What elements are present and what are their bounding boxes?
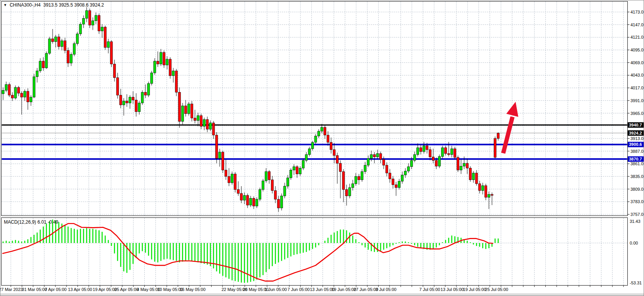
candle-body	[305, 154, 307, 160]
candle-body	[466, 163, 468, 168]
candle-body	[67, 50, 69, 63]
candle-body	[8, 84, 10, 95]
candle-body	[157, 61, 159, 64]
candle-body	[104, 27, 106, 48]
candle-body	[314, 136, 317, 142]
candle-body	[24, 91, 26, 97]
candle-body	[256, 199, 258, 206]
candle-body	[237, 190, 239, 193]
candle-body	[311, 142, 314, 149]
time-axis-label: 27 Mar 2023	[0, 287, 23, 292]
time-axis-label: 19 Jul 05:00	[463, 287, 486, 292]
candle-body	[429, 150, 431, 157]
candle-body	[246, 195, 249, 205]
candle-body	[253, 198, 255, 206]
candle-body	[358, 176, 360, 180]
candle-body	[166, 59, 168, 65]
candle-body	[14, 87, 17, 98]
candle-body	[491, 194, 493, 195]
price-tag-value: 3940.7	[629, 123, 642, 127]
candle-body	[144, 92, 147, 95]
candle-body	[435, 160, 437, 166]
candle-body	[296, 167, 298, 174]
candle-body	[82, 18, 85, 24]
candle-body	[376, 154, 379, 157]
candle-body	[30, 97, 32, 102]
candle-body	[398, 181, 400, 188]
candle-body	[482, 186, 484, 191]
candle-body	[184, 106, 187, 114]
candle-body	[234, 174, 236, 190]
price-axis-label: 4173.0	[630, 10, 644, 14]
candle-body	[200, 116, 202, 127]
time-axis-label: 16 May 05:00	[180, 287, 206, 292]
candle-body	[249, 198, 252, 205]
candle-body	[85, 10, 88, 18]
candle-body	[280, 196, 283, 208]
candle-body	[163, 52, 165, 65]
candle-body	[389, 173, 391, 179]
candle-body	[129, 97, 131, 103]
time-axis-label: 1 Jun 05:00	[265, 287, 287, 292]
candle-body	[488, 194, 490, 197]
macd-axis-label: 31.43	[630, 219, 641, 224]
candle-body	[116, 78, 119, 95]
bottom-scroll-strip[interactable]	[0, 293, 644, 296]
candle-body	[113, 64, 116, 78]
candle-body	[243, 195, 246, 200]
candle-body	[302, 160, 304, 168]
time-axis-label: 13 Apr 05:00	[68, 287, 92, 292]
candle-body	[55, 37, 57, 42]
price-axis-label: 3783.0	[630, 199, 644, 204]
candle-body	[150, 73, 153, 84]
candle-body	[48, 39, 51, 53]
candle-body	[342, 171, 345, 190]
symbol-dropdown-icon[interactable]: ▼	[3, 3, 7, 7]
price-tag-value: 3900.6	[629, 142, 642, 147]
candle-body	[404, 171, 407, 175]
candle-body	[308, 149, 311, 154]
price-axis-label: 4069.0	[630, 60, 644, 65]
price-axis-label: 4017.0	[630, 86, 644, 90]
candle-body	[367, 158, 369, 165]
candle-body	[451, 149, 453, 154]
candle-body	[27, 91, 29, 102]
macd-indicator-label: MACD(12,26,9) 6.01 -0.49	[4, 219, 58, 225]
price-axis-label: 4043.0	[630, 73, 644, 77]
candle-body	[259, 190, 261, 199]
price-tag-value: 3870.7	[629, 157, 642, 161]
time-axis-label: 7 Jul 05:00	[419, 287, 440, 292]
candle-body	[373, 154, 376, 157]
candle-body	[225, 170, 227, 176]
candle-body	[5, 84, 7, 90]
time-axis-label: 13 Jul 05:00	[441, 287, 464, 292]
price-axis-label: 3861.0	[630, 161, 644, 166]
candle-body	[327, 135, 329, 142]
chart-canvas[interactable]: 4173.04147.04121.04095.04069.04043.04017…	[0, 0, 644, 296]
candle-body	[355, 176, 357, 184]
candle-body	[386, 165, 388, 173]
candle-body	[454, 149, 456, 157]
candle-body	[154, 61, 156, 73]
time-axis-label: 7 Jun 05:00	[287, 287, 310, 292]
candle-body	[89, 10, 91, 25]
candle-body	[45, 53, 48, 68]
candle-body	[395, 185, 397, 188]
time-axis-label: 10 May 05:00	[157, 287, 183, 292]
candle-body	[265, 171, 267, 181]
price-axis-label: 3835.0	[630, 174, 644, 179]
candle-body	[497, 133, 499, 139]
candle-body	[39, 61, 41, 71]
candle-body	[98, 15, 100, 31]
candle-body	[73, 44, 75, 55]
candle-body	[432, 157, 434, 161]
candle-body	[361, 171, 363, 180]
price-axis-label: 3913.0	[630, 136, 644, 141]
candle-body	[58, 37, 60, 46]
price-axis-label: 3965.0	[630, 111, 644, 116]
candle-body	[147, 84, 150, 95]
time-axis-label: 25 Apr 05:00	[114, 287, 138, 292]
candle-body	[379, 154, 382, 159]
candle-body	[444, 148, 447, 154]
main-chart-plot[interactable]	[2, 2, 628, 216]
